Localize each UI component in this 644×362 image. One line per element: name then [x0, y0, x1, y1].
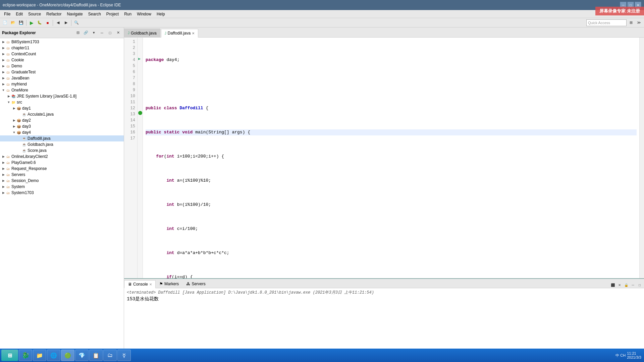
tab-goldbach[interactable]: J Goldbach.java: [124, 28, 160, 37]
taskbar-program-1[interactable]: 🐉: [19, 350, 32, 361]
toolbar-save[interactable]: 💾: [17, 19, 25, 26]
tree-label-contextcount: ContextCount: [11, 52, 36, 56]
tab-servers-label: Servers: [192, 282, 205, 286]
tree-item-chapter11[interactable]: ▶ 🗂 chapter11: [0, 45, 124, 51]
gutter-line-8: [138, 80, 143, 86]
menu-edit[interactable]: Edit: [13, 10, 25, 18]
code-8-content: c=i/100;: [177, 226, 198, 232]
toolbar-open[interactable]: 📂: [9, 19, 17, 26]
tree-item-servers[interactable]: ▶ 🗂 Servers: [0, 172, 124, 178]
toolbar-forward[interactable]: ▶: [62, 19, 70, 26]
tab-console[interactable]: 🖥 Console ✕: [124, 280, 156, 288]
tree-item-system1703[interactable]: ▶ 🗂 System1703: [0, 190, 124, 196]
tree-item-contextcount[interactable]: ▶ 🗂 ContextCount: [0, 51, 124, 57]
tree-label-day2: day2: [22, 118, 31, 123]
tree-item-day4[interactable]: ▼ 📦 day4: [0, 129, 124, 135]
proj-icon-requestresponse: 🗂: [5, 166, 11, 171]
tab-servers[interactable]: 🖧 Servers: [182, 280, 209, 288]
tree-item-onlinelibrary[interactable]: ▶ 🗂 OnlineLibraryClient2: [0, 154, 124, 160]
tree-item-demo[interactable]: ▶ 🗂 Demo: [0, 63, 124, 69]
tab-console-close[interactable]: ✕: [149, 283, 152, 286]
toolbar-back[interactable]: ◀: [54, 19, 62, 26]
tree-item-daffodill[interactable]: ▶ ☕ Daffodill.java: [0, 135, 124, 141]
tree-label-goldbach: Goldbach.java: [28, 142, 53, 147]
tree-item-day2[interactable]: ▶ 📦 day2: [0, 117, 124, 123]
tab-daffodill[interactable]: J Daffodill.java ✕: [161, 29, 198, 38]
pe-link[interactable]: 🔗: [82, 29, 90, 37]
menu-source[interactable]: Source: [25, 10, 44, 18]
tree-item-sessiondemo[interactable]: ▶ 🗂 Session_Demo: [0, 178, 124, 184]
console-clear[interactable]: ✕: [616, 282, 623, 288]
quick-access-input[interactable]: Quick Access: [586, 19, 627, 26]
proj-icon-contextcount: 🗂: [5, 51, 11, 57]
code-7-indent: [146, 202, 166, 208]
taskbar-start-button[interactable]: ⊞: [1, 350, 18, 361]
taskbar-program-6[interactable]: 📋: [89, 350, 103, 361]
console-maximize[interactable]: □: [637, 282, 643, 288]
tree-label-chapter11: chapter11: [11, 46, 29, 50]
tree-item-graduatetest[interactable]: ▶ 🗂 GraduateTest: [0, 69, 124, 75]
toolbar-search[interactable]: 🔍: [73, 19, 80, 26]
pe-menu[interactable]: ▾: [90, 29, 98, 37]
proj-icon-billsystem: 🗂: [5, 39, 11, 45]
menu-navigate[interactable]: Navigate: [64, 10, 85, 18]
toolbar-more[interactable]: ≫: [635, 19, 643, 26]
code-editor[interactable]: 1 2 3 4 5 6 7 8 9 10 11 12 13 14 15 16 1…: [124, 38, 644, 278]
menu-window[interactable]: Window: [134, 10, 154, 18]
tree-item-javabean[interactable]: ▶ 🗂 JavaBean: [0, 75, 124, 81]
tree-item-acculate1[interactable]: ▶ ☕ Acculate1.java: [0, 111, 124, 117]
tree-item-playgame[interactable]: ▶ 🗂 PlayGame0.6: [0, 160, 124, 166]
toolbar-perspectives[interactable]: ⊞: [627, 19, 635, 26]
tab-daffodill-close[interactable]: ✕: [192, 32, 195, 35]
menu-run[interactable]: Run: [121, 10, 134, 18]
toolbar-stop[interactable]: ■: [44, 19, 51, 26]
menu-help[interactable]: Help: [154, 10, 168, 18]
tree-item-myfriend[interactable]: ▶ 🗂 myfriend: [0, 81, 124, 87]
tree-item-system[interactable]: ▶ 🗂 System: [0, 184, 124, 190]
pe-tree: ▶ 🗂 BillSystem1703 ▶ 🗂 chapter11 ▶ 🗂 Con…: [0, 38, 124, 352]
taskbar-program-7[interactable]: 🗂: [103, 350, 117, 361]
menu-refactor[interactable]: Refactor: [44, 10, 64, 18]
pe-collapse-all[interactable]: ⊟: [74, 29, 82, 37]
tree-item-day3[interactable]: ▶ 📦 day3: [0, 123, 124, 129]
editor-area: J Goldbach.java J Daffodill.java ✕ 1 2 3…: [124, 27, 644, 352]
menu-file[interactable]: File: [1, 10, 13, 18]
toolbar-debug[interactable]: 🐛: [36, 19, 43, 26]
main-sig: main(String[] args) {: [195, 129, 250, 135]
kw-public-4: public: [146, 129, 164, 135]
console-stop[interactable]: ⬛: [610, 282, 616, 288]
menu-search[interactable]: Search: [86, 10, 104, 18]
pe-minimize[interactable]: ─: [98, 29, 106, 37]
toolbar-run[interactable]: ▶: [28, 19, 35, 26]
code-content[interactable]: package day4; public class Daffodill { p…: [143, 38, 639, 278]
tree-item-cookie[interactable]: ▶ 🗂 Cookie: [0, 57, 124, 63]
tree-label-jre: JRE System Library [JavaSE-1.8]: [17, 94, 76, 99]
tree-item-jre[interactable]: ▶ 📚 JRE System Library [JavaSE-1.8]: [0, 93, 124, 99]
taskbar-program-5[interactable]: 💎: [75, 350, 89, 361]
editor-scrollbar[interactable]: [639, 38, 644, 278]
code-line-8: int c=i/100;: [146, 226, 637, 232]
taskbar-program-3[interactable]: 🌐: [47, 350, 60, 361]
tree-item-onemore[interactable]: ▼ 🗂 OneMore: [0, 87, 124, 93]
pkg-icon-day2: 📦: [16, 118, 21, 123]
taskbar-program-2[interactable]: 📁: [33, 350, 46, 361]
toolbar-new[interactable]: 📄: [1, 19, 9, 26]
taskbar-eclipse[interactable]: ☿: [117, 350, 131, 361]
tree-item-goldbach[interactable]: ▶ ☕ Goldbach.java: [0, 141, 124, 147]
taskbar-program-4[interactable]: 🟢: [61, 350, 74, 361]
console-minimize[interactable]: ─: [630, 282, 636, 288]
tree-item-requestresponse[interactable]: ▶ 🗂 Request_Response: [0, 166, 124, 172]
gutter-line-6: [138, 68, 143, 74]
menu-project[interactable]: Project: [104, 10, 121, 18]
proj-icon-playgame: 🗂: [5, 160, 11, 165]
pe-close[interactable]: ✕: [114, 29, 122, 37]
tab-markers[interactable]: ⚑ Markers: [156, 280, 182, 288]
pe-maximize[interactable]: □: [106, 29, 114, 37]
tree-item-billsystem[interactable]: ▶ 🗂 BillSystem1703: [0, 39, 124, 45]
tree-item-day1[interactable]: ▶ 📦 day1: [0, 105, 124, 111]
console-scroll-lock[interactable]: 🔒: [623, 282, 629, 288]
tree-item-score[interactable]: ▶ ☕ Score.java: [0, 147, 124, 154]
code-9-content: d=a*a*a+b*b*b+c*c*c;: [177, 250, 229, 256]
proj-icon-servers: 🗂: [5, 172, 11, 177]
tree-item-src[interactable]: ▼ 📁 src: [0, 99, 124, 105]
